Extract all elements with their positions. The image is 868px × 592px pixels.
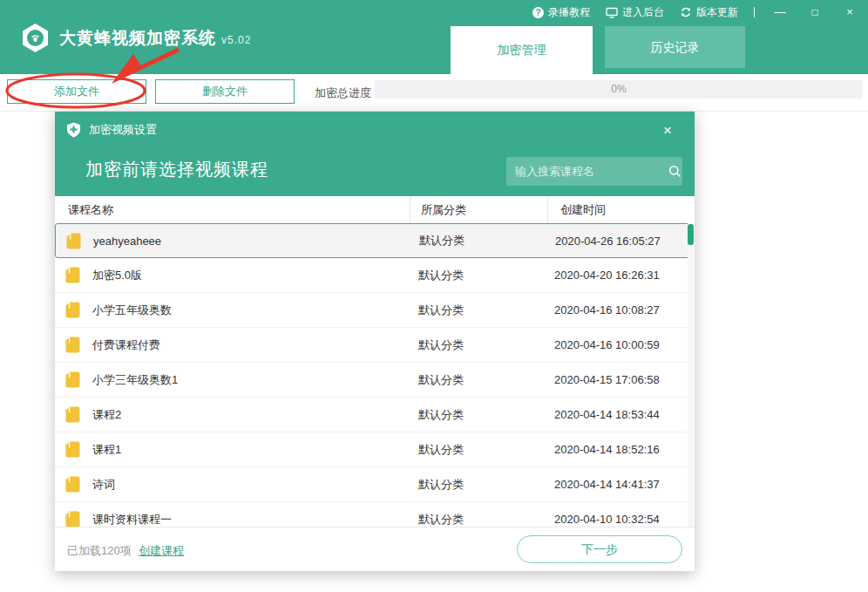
folder-icon (65, 337, 80, 353)
scrollbar-track[interactable] (688, 223, 694, 527)
course-name-cell: 课程2 (55, 406, 410, 423)
course-created: 2020-04-10 10:32:54 (547, 513, 695, 526)
dialog-title-small: 加密视频设置 (89, 122, 663, 138)
course-created: 2020-04-14 18:53:44 (547, 408, 695, 421)
app-title: 大黄蜂视频加密系统v5.02 (59, 27, 251, 50)
course-row[interactable]: 小学五年级奥数 默认分类 2020-04-16 10:08:27 (55, 293, 691, 328)
tab-encrypt-manage[interactable]: 加密管理 (451, 26, 593, 74)
scrollbar-thumb[interactable] (688, 224, 694, 245)
course-name: 付费课程付费 (92, 337, 160, 353)
course-name-cell: yeahyeaheee (56, 233, 410, 249)
encryption-progress-bar: 0% (375, 80, 863, 99)
course-row[interactable]: 付费课程付费 默认分类 2020-04-16 10:00:59 (55, 328, 691, 363)
folder-icon (65, 371, 80, 388)
next-step-button[interactable]: 下一步 (517, 535, 682, 563)
course-category: 默认分类 (410, 337, 547, 353)
close-button[interactable]: × (840, 0, 859, 24)
course-row[interactable]: yeahyeaheee 默认分类 2020-04-26 16:05:27 (55, 223, 691, 258)
minimize-button[interactable]: — (770, 0, 790, 24)
dialog-close-icon[interactable]: × (663, 123, 672, 138)
course-category: 默认分类 (410, 303, 547, 318)
course-category: 默认分类 (410, 512, 547, 527)
app-logo-icon (21, 23, 50, 53)
course-table-body: yeahyeaheee 默认分类 2020-04-26 16:05:27 加密5… (55, 223, 695, 527)
column-header-category: 所属分类 (410, 196, 547, 223)
app-brand: 大黄蜂视频加密系统v5.02 (21, 23, 251, 53)
column-header-name: 课程名称 (55, 196, 410, 223)
menu-item-tutorial[interactable]: ? 录播教程 (532, 5, 590, 20)
encrypt-settings-dialog: 加密视频设置 × 加密前请选择视频课程 课程名称 所属分类 创建时间 (55, 112, 695, 571)
course-name-cell: 小学五年级奥数 (55, 302, 410, 318)
course-created: 2020-04-26 16:05:27 (548, 235, 695, 248)
course-name-cell: 付费课程付费 (55, 337, 410, 353)
course-row[interactable]: 加密5.0版 默认分类 2020-04-20 16:26:31 (55, 258, 691, 293)
course-category: 默认分类 (410, 442, 547, 458)
course-name: yeahyeaheee (93, 235, 161, 248)
add-file-button[interactable]: 添加文件 (7, 79, 146, 104)
dialog-teal-header: 加密视频设置 × 加密前请选择视频课程 (55, 112, 695, 196)
title-bar: ? 录播教程 进入后台 版本更新 — □ × (0, 0, 868, 74)
course-category: 默认分类 (410, 407, 547, 423)
dialog-footer: 已加载120项 创建课程 下一步 (55, 527, 695, 571)
help-icon: ? (532, 7, 544, 18)
search-input[interactable] (515, 165, 668, 178)
menu-label-tutorial: 录播教程 (548, 5, 590, 20)
course-row[interactable]: 课时资料课程一 默认分类 2020-04-10 10:32:54 (55, 502, 691, 527)
shield-plus-icon (66, 122, 81, 138)
toolbar: 添加文件 删除文件 加密总进度 0% (0, 74, 868, 112)
course-row[interactable]: 小学三年级奥数1 默认分类 2020-04-15 17:06:58 (55, 363, 691, 398)
create-course-link[interactable]: 创建课程 (139, 543, 184, 559)
folder-icon (65, 511, 80, 527)
course-created: 2020-04-16 10:08:27 (547, 303, 695, 316)
course-row[interactable]: 诗词 默认分类 2020-04-14 14:41:37 (55, 467, 691, 502)
menu-item-update[interactable]: 版本更新 (680, 5, 738, 20)
course-name: 课时资料课程一 (92, 512, 172, 527)
monitor-icon (606, 7, 618, 18)
course-name-cell: 课程1 (55, 441, 410, 458)
search-box (506, 157, 682, 186)
app-title-text: 大黄蜂视频加密系统 (59, 29, 216, 47)
menu-item-backend[interactable]: 进入后台 (606, 5, 664, 20)
refresh-icon (680, 6, 692, 18)
folder-icon (65, 406, 80, 423)
menu-separator (754, 7, 755, 17)
delete-file-button[interactable]: 删除文件 (155, 79, 295, 104)
course-name-cell: 小学三年级奥数1 (55, 371, 410, 388)
maximize-button[interactable]: □ (805, 0, 824, 24)
folder-icon (66, 233, 81, 249)
course-category: 默认分类 (410, 268, 547, 283)
course-created: 2020-04-14 18:52:16 (547, 443, 695, 456)
menu-label-backend: 进入后台 (622, 5, 664, 20)
folder-icon (65, 267, 80, 283)
window-menu: ? 录播教程 进入后台 版本更新 — □ × (532, 0, 859, 24)
course-name-cell: 课时资料课程一 (55, 511, 410, 527)
course-name-cell: 加密5.0版 (55, 267, 410, 283)
dialog-header-bar: 加密视频设置 × (55, 112, 695, 148)
folder-icon (65, 302, 80, 318)
progress-label: 加密总进度 (315, 85, 371, 101)
course-name: 小学三年级奥数1 (92, 372, 178, 388)
course-row[interactable]: 课程2 默认分类 2020-04-14 18:53:44 (55, 398, 691, 432)
course-created: 2020-04-15 17:06:58 (547, 373, 695, 386)
tab-history[interactable]: 历史记录 (605, 26, 745, 68)
table-header: 课程名称 所属分类 创建时间 (55, 196, 695, 223)
app-window: ? 录播教程 进入后台 版本更新 — □ × (0, 0, 868, 592)
course-category: 默认分类 (410, 477, 547, 493)
course-name: 课程1 (92, 442, 121, 458)
course-created: 2020-04-14 14:41:37 (547, 478, 695, 491)
course-created: 2020-04-20 16:26:31 (547, 269, 695, 282)
course-name: 加密5.0版 (92, 268, 142, 283)
folder-icon (65, 441, 80, 458)
column-header-created: 创建时间 (547, 196, 695, 223)
course-name: 诗词 (92, 477, 115, 493)
loaded-count-text: 已加载120项 (67, 543, 132, 559)
course-name-cell: 诗词 (55, 476, 410, 493)
course-name: 小学五年级奥数 (92, 303, 172, 318)
course-category: 默认分类 (410, 372, 547, 388)
search-icon[interactable] (668, 165, 682, 178)
folder-icon (65, 476, 80, 493)
course-row[interactable]: 课程1 默认分类 2020-04-14 18:52:16 (55, 432, 691, 467)
course-category: 默认分类 (410, 233, 548, 248)
menu-label-update: 版本更新 (696, 5, 738, 20)
course-name: 课程2 (92, 407, 121, 423)
